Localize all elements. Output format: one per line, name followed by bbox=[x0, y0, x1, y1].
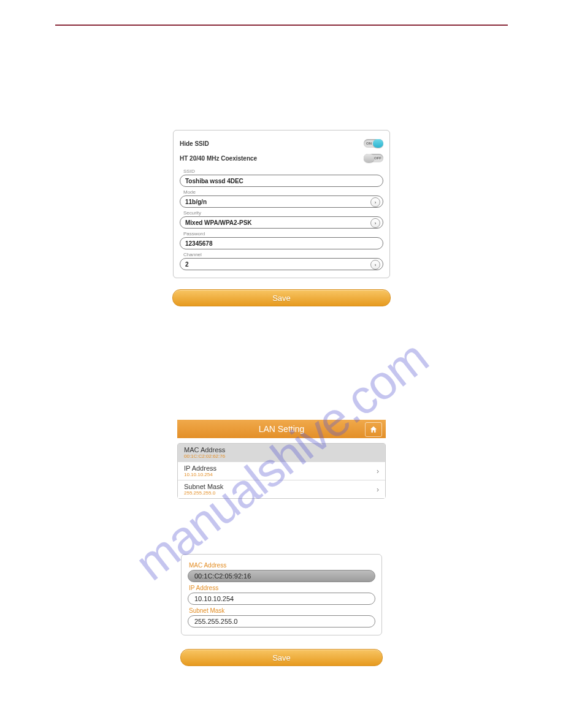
password-input[interactable]: 12345678 bbox=[180, 237, 383, 249]
home-icon bbox=[369, 425, 378, 434]
lan-setting-header: LAN Setting bbox=[177, 420, 386, 438]
channel-select[interactable]: 2 › bbox=[180, 258, 383, 270]
lan-setting-block: LAN Setting MAC Address 00:1C:C2:02:62:7… bbox=[177, 420, 386, 499]
lan-row-value: 10.10.10.254 bbox=[184, 472, 379, 477]
channel-field-label: Channel bbox=[183, 252, 383, 257]
lan-header-title: LAN Setting bbox=[259, 424, 305, 434]
security-field-label: Security bbox=[183, 210, 383, 216]
mode-field-label: Mode bbox=[183, 189, 383, 195]
mode-value: 11b/g/n bbox=[185, 199, 207, 205]
lan-row-subnet[interactable]: Subnet Mask 255.255.255.0 › bbox=[178, 480, 385, 498]
hide-ssid-label: Hide SSID bbox=[180, 140, 209, 147]
ssid-field-label: SSID bbox=[183, 169, 383, 174]
lan-row-mac: MAC Address 00:1C:C2:02:62:76 bbox=[178, 444, 385, 462]
subnet-mask-label: Subnet Mask bbox=[189, 607, 375, 614]
subnet-mask-input[interactable]: 255.255.255.0 bbox=[188, 615, 375, 628]
mac-address-field: 00:1C:C2:05:92:16 bbox=[188, 570, 375, 582]
save-button[interactable]: Save bbox=[180, 649, 383, 666]
lan-row-title: IP Address bbox=[184, 464, 379, 472]
channel-value: 2 bbox=[185, 261, 189, 268]
header-rule bbox=[55, 25, 508, 26]
ssid-input[interactable]: Toshiba wssd 4DEC bbox=[180, 175, 383, 187]
password-field-label: Password bbox=[183, 231, 383, 237]
lan-row-title: MAC Address bbox=[184, 446, 379, 453]
lan-row-ip[interactable]: IP Address 10.10.10.254 › bbox=[178, 462, 385, 480]
security-select[interactable]: Mixed WPA/WPA2-PSK › bbox=[180, 216, 383, 229]
save-button-label: Save bbox=[272, 653, 291, 662]
lan-edit-panel: MAC Address 00:1C:C2:05:92:16 IP Address… bbox=[181, 554, 382, 635]
chevron-right-icon: › bbox=[377, 485, 379, 494]
mode-select[interactable]: 11b/g/n › bbox=[180, 195, 383, 208]
lan-row-value: 255.255.255.0 bbox=[184, 490, 379, 496]
password-value: 12345678 bbox=[185, 240, 213, 247]
save-button-label: Save bbox=[272, 294, 291, 303]
hide-ssid-toggle[interactable]: ON bbox=[364, 139, 383, 148]
ip-address-label: IP Address bbox=[189, 585, 375, 591]
lan-row-value: 00:1C:C2:02:62:76 bbox=[184, 453, 379, 459]
lan-list: MAC Address 00:1C:C2:02:62:76 IP Address… bbox=[177, 443, 386, 499]
coexistence-row: HT 20/40 MHz Coexistence OFF bbox=[180, 151, 383, 166]
ip-address-value: 10.10.10.254 bbox=[194, 595, 234, 602]
chevron-right-icon: › bbox=[370, 260, 380, 270]
security-value: Mixed WPA/WPA2-PSK bbox=[185, 219, 252, 226]
chevron-right-icon: › bbox=[370, 197, 380, 207]
ip-address-input[interactable]: 10.10.10.254 bbox=[188, 593, 375, 605]
subnet-mask-value: 255.255.255.0 bbox=[194, 618, 237, 625]
mac-address-value: 00:1C:C2:05:92:16 bbox=[194, 572, 251, 580]
chevron-right-icon: › bbox=[377, 467, 379, 476]
save-button[interactable]: Save bbox=[172, 289, 391, 306]
coexistence-label: HT 20/40 MHz Coexistence bbox=[180, 155, 257, 162]
coexistence-toggle[interactable]: OFF bbox=[364, 154, 383, 162]
mac-address-label: MAC Address bbox=[189, 562, 375, 569]
chevron-right-icon: › bbox=[370, 218, 380, 228]
toggle-on-text: ON bbox=[366, 142, 372, 145]
home-button[interactable] bbox=[365, 422, 382, 437]
ssid-value: Toshiba wssd 4DEC bbox=[185, 178, 243, 184]
lan-row-title: Subnet Mask bbox=[184, 483, 379, 490]
hide-ssid-row: Hide SSID ON bbox=[180, 137, 383, 151]
toggle-off-text: OFF bbox=[374, 156, 381, 160]
wifi-settings-panel: Hide SSID ON HT 20/40 MHz Coexistence OF… bbox=[173, 130, 390, 278]
